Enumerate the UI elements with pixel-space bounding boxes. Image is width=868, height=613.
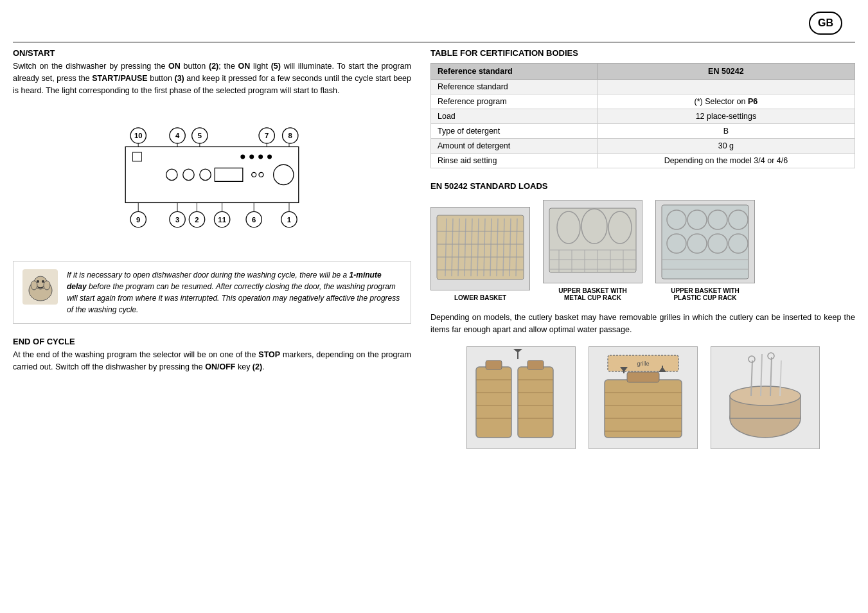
load-item-lower-basket: LOWER BASKET	[430, 207, 530, 301]
svg-point-50	[31, 281, 37, 290]
right-column: TABLE FOR CERTIFICATION BODIES Reference…	[430, 48, 855, 449]
svg-point-12	[240, 155, 245, 159]
gb-badge: GB	[809, 12, 842, 35]
cutlery-basket-1	[466, 346, 576, 449]
svg-text:8: 8	[288, 132, 292, 140]
table-row: Load 12 place-settings	[431, 109, 855, 124]
svg-rect-107	[605, 380, 682, 438]
cutlery-description: Depending on models, the cutlery basket …	[430, 312, 855, 336]
table-row: Amount of detergent 30 g	[431, 139, 855, 154]
cert-table: Reference standard EN 50242 Reference st…	[430, 63, 855, 168]
cert-row1-col1: Reference standard	[431, 80, 598, 94]
cutlery-images: grille	[430, 346, 855, 449]
std-loads-images: LOWER BASKET	[430, 200, 855, 301]
upper-plastic-image	[655, 200, 755, 283]
upper-plastic-label: UPPER BASKET WITHPLASTIC CUP RACK	[671, 287, 740, 301]
cert-row5-col1: Amount of detergent	[431, 139, 598, 154]
svg-point-121	[730, 386, 801, 405]
end-cycle-section: END OF CYCLE At the end of the washing p…	[13, 337, 411, 373]
svg-text:grille: grille	[637, 360, 649, 367]
left-column: ON/START Switch on the dishwasher by pre…	[13, 48, 411, 449]
svg-text:5: 5	[198, 132, 202, 140]
svg-text:9: 9	[136, 216, 140, 224]
cert-row2-col1: Reference program	[431, 94, 598, 109]
svg-rect-10	[125, 147, 299, 203]
cutlery-basket-2: grille	[589, 346, 698, 449]
std-loads-title: EN 50242 STANDARD LOADS	[430, 181, 855, 191]
cert-row1-col2	[597, 80, 855, 94]
upper-metal-label: UPPER BASKET WITHMETAL CUP RACK	[558, 287, 627, 301]
cert-col1-header: Reference standard	[431, 64, 598, 80]
table-row: Type of detergent B	[431, 124, 855, 139]
cutlery-basket-3	[711, 346, 820, 449]
svg-point-51	[44, 281, 50, 290]
svg-text:10: 10	[134, 132, 143, 140]
cert-row4-col2: B	[597, 124, 855, 139]
svg-point-48	[37, 280, 39, 283]
svg-point-13	[249, 155, 254, 159]
svg-point-49	[42, 280, 44, 283]
warning-text: If it is necessary to open dishwasher do…	[67, 269, 402, 315]
table-row: Rinse aid setting Depending on the model…	[431, 154, 855, 168]
cert-row4-col1: Type of detergent	[431, 124, 598, 139]
onstart-title: ON/START	[13, 48, 411, 58]
svg-rect-94	[518, 367, 553, 438]
cert-row5-col2: 30 g	[597, 139, 855, 154]
svg-rect-82	[662, 205, 748, 279]
svg-text:11: 11	[218, 216, 226, 224]
cert-row3-col1: Load	[431, 109, 598, 124]
warning-icon	[22, 269, 58, 305]
svg-point-14	[258, 155, 263, 159]
warning-box: If it is necessary to open dishwasher do…	[13, 261, 411, 324]
cert-table-title: TABLE FOR CERTIFICATION BODIES	[430, 48, 855, 58]
dishwasher-diagram: 10 4 5 7 8	[13, 108, 411, 249]
svg-rect-112	[627, 372, 659, 382]
lower-basket-image	[430, 207, 530, 290]
cert-row2-col2: (*) Selector on P6	[597, 94, 855, 109]
svg-text:4: 4	[175, 132, 180, 140]
svg-rect-103	[486, 360, 502, 369]
top-divider	[13, 42, 855, 42]
load-item-upper-plastic: UPPER BASKET WITHPLASTIC CUP RACK	[655, 200, 755, 301]
cert-row6-col1: Rinse aid setting	[431, 154, 598, 168]
onstart-text: Switch on the dishwasher by pressing the…	[13, 60, 411, 96]
svg-text:1: 1	[287, 216, 291, 224]
table-row: Reference program (*) Selector on P6	[431, 94, 855, 109]
cert-row3-col2: 12 place-settings	[597, 109, 855, 124]
svg-text:6: 6	[252, 216, 256, 224]
table-row: Reference standard	[431, 80, 855, 94]
lower-basket-label: LOWER BASKET	[454, 294, 506, 301]
main-content: ON/START Switch on the dishwasher by pre…	[13, 48, 855, 449]
svg-text:3: 3	[175, 216, 179, 224]
cert-row6-col2: Depending on the model 3/4 or 4/6	[597, 154, 855, 168]
svg-point-15	[267, 155, 272, 159]
svg-rect-93	[476, 367, 511, 438]
svg-rect-104	[527, 360, 544, 369]
load-item-upper-metal: UPPER BASKET WITHMETAL CUP RACK	[543, 200, 642, 301]
end-cycle-title: END OF CYCLE	[13, 337, 411, 346]
upper-metal-image	[543, 200, 642, 283]
end-cycle-text: At the end of the washing program the se…	[13, 349, 411, 373]
svg-text:2: 2	[195, 216, 199, 224]
cert-col2-header: EN 50242	[597, 64, 855, 80]
svg-text:7: 7	[265, 132, 269, 140]
